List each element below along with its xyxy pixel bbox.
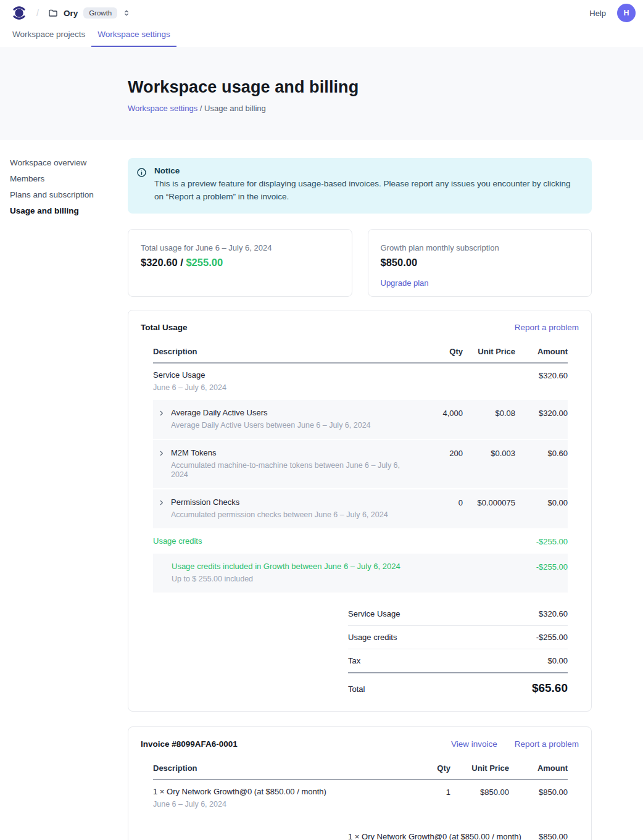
breadcrumb-current: Usage and billing: [204, 104, 266, 113]
invoice-panel: Invoice #8099AFA6-0001 View invoice Repo…: [128, 726, 592, 840]
invoice-table-header: Description Qty Unit Price Amount: [153, 755, 568, 780]
notice-body: This is a preview feature for displaying…: [154, 177, 577, 204]
workspace-name: Ory: [64, 9, 78, 18]
settings-sidebar: Workspace overview Members Plans and sub…: [10, 158, 118, 222]
summary-label: 1 × Ory Network Growth@0 (at $850.00 / m…: [348, 832, 521, 840]
page-header: Workspace usage and billing Workspace se…: [0, 47, 643, 140]
line-item-amount: $0.00: [515, 497, 568, 507]
col-unit-price: Unit Price: [463, 347, 515, 356]
table-row-usage-credits-detail: Usage credits included in Growth between…: [153, 554, 568, 594]
service-usage-amount: $320.60: [515, 370, 568, 380]
sidebar-item-workspace-overview[interactable]: Workspace overview: [10, 158, 118, 168]
service-usage-title: Service Usage: [153, 370, 413, 380]
invoice-table: Description Qty Unit Price Amount 1 × Or…: [153, 755, 568, 840]
credits-detail-amount: -$255.00: [515, 562, 568, 572]
main-content: Notice This is a preview feature for dis…: [128, 140, 592, 840]
invoice-line-period: June 6 – July 6, 2024: [153, 800, 401, 809]
col-amount: Amount: [509, 763, 568, 773]
line-item-description: Average Daily Active Users between June …: [171, 421, 371, 430]
col-description: Description: [153, 347, 413, 356]
line-item-qty: 0: [413, 497, 463, 507]
invoice-line-qty: 1: [401, 787, 450, 797]
path-separator: /: [36, 8, 39, 18]
col-unit-price: Unit Price: [450, 763, 509, 773]
view-invoice-link[interactable]: View invoice: [451, 739, 497, 749]
preview-notice-banner: Notice This is a preview feature for dis…: [128, 158, 592, 214]
table-row-invoice-line: 1 × Ory Network Growth@0 (at $850.00 / m…: [153, 780, 568, 817]
upgrade-plan-link[interactable]: Upgrade plan: [381, 278, 429, 288]
line-item-qty: 4,000: [413, 408, 463, 418]
line-item-unit-price: $0.08: [463, 408, 515, 418]
credits-detail-subtitle: Up to $ 255.00 included: [172, 575, 413, 584]
summary-cards: Total usage for June 6 – July 6, 2024 $3…: [128, 229, 592, 297]
line-item-description: Accumulated machine-to-machine tokens be…: [171, 461, 413, 480]
summary-value: $0.00: [547, 656, 568, 665]
usage-amount: $320.60: [141, 257, 178, 268]
total-usage-panel: Total Usage Report a problem Description…: [128, 310, 592, 712]
col-description: Description: [153, 763, 401, 773]
summary-row-total: Total $65.60: [348, 673, 568, 696]
total-usage-panel-title: Total Usage: [141, 323, 188, 332]
sidebar-item-plans-and-subscription[interactable]: Plans and subscription: [10, 190, 118, 200]
total-usage-card-value: $320.60 / $255.00: [141, 257, 339, 268]
subscription-price: $850.00: [381, 257, 579, 268]
ory-logo-icon[interactable]: [11, 5, 27, 21]
line-item-qty: 200: [413, 448, 463, 458]
total-usage-card-label: Total usage for June 6 – July 6, 2024: [141, 243, 339, 252]
plan-badge: Growth: [83, 7, 117, 19]
notice-title: Notice: [154, 166, 577, 175]
summary-value: $320.60: [539, 609, 568, 618]
usage-credits-title: Usage credits: [153, 536, 413, 546]
tab-workspace-settings[interactable]: Workspace settings: [91, 26, 176, 47]
sidebar-item-usage-and-billing[interactable]: Usage and billing: [10, 206, 118, 216]
subscription-card-label: Growth plan monthly subscription: [381, 243, 579, 252]
line-item-title: Permission Checks: [171, 497, 388, 507]
invoice-line-unit-price: $850.00: [450, 787, 509, 797]
usage-separator: /: [178, 257, 186, 268]
summary-label: Usage credits: [348, 633, 397, 642]
credits-detail-title: Usage credits included in Growth between…: [172, 562, 413, 572]
chevron-updown-icon: [122, 9, 131, 17]
line-item-title: Average Daily Active Users: [171, 408, 371, 418]
table-row-daily-active-users: Average Daily Active Users Average Daily…: [153, 400, 568, 440]
table-row-usage-credits: Usage credits -$255.00: [153, 530, 568, 554]
col-amount: Amount: [515, 347, 568, 356]
user-avatar[interactable]: H: [617, 4, 636, 22]
expand-row-daily-active-users[interactable]: Average Daily Active Users Average Daily…: [153, 408, 413, 430]
usage-table: Description Qty Unit Price Amount Servic…: [153, 338, 568, 696]
invoice-panel-title: Invoice #8099AFA6-0001: [141, 739, 238, 749]
summary-label: Tax: [348, 656, 360, 665]
help-link[interactable]: Help: [589, 9, 606, 18]
breadcrumb: Workspace settings / Usage and billing: [128, 104, 643, 113]
report-problem-link-usage[interactable]: Report a problem: [515, 323, 579, 332]
sidebar-item-members[interactable]: Members: [10, 174, 118, 184]
usage-summary: Service Usage $320.60 Usage credits -$25…: [348, 602, 568, 696]
total-usage-card: Total usage for June 6 – July 6, 2024 $3…: [128, 229, 352, 297]
workspace-switcher[interactable]: Ory Growth: [48, 7, 131, 19]
summary-label: Service Usage: [348, 609, 400, 618]
tab-workspace-projects[interactable]: Workspace projects: [6, 26, 91, 47]
summary-value: $850.00: [539, 832, 568, 840]
summary-row-service-usage: Service Usage $320.60: [348, 602, 568, 626]
info-icon: [136, 167, 147, 204]
summary-row-usage-credits: Usage credits -$255.00: [348, 626, 568, 649]
total-label: Total: [348, 684, 365, 694]
usage-table-header: Description Qty Unit Price Amount: [153, 338, 568, 364]
invoice-line-title: 1 × Ory Network Growth@0 (at $850.00 / m…: [153, 787, 401, 797]
col-qty: Qty: [401, 763, 450, 773]
total-value: $65.60: [532, 681, 568, 695]
report-problem-link-invoice[interactable]: Report a problem: [515, 739, 579, 749]
folder-icon: [48, 8, 58, 18]
usage-credit-amount: $255.00: [186, 257, 223, 268]
expand-row-permission-checks[interactable]: Permission Checks Accumulated permission…: [153, 497, 413, 520]
page-title: Workspace usage and billing: [128, 78, 643, 97]
expand-row-m2m-tokens[interactable]: M2M Tokens Accumulated machine-to-machin…: [153, 448, 413, 480]
breadcrumb-separator: /: [197, 104, 204, 113]
table-row-m2m-tokens: M2M Tokens Accumulated machine-to-machin…: [153, 440, 568, 489]
line-item-unit-price: $0.000075: [463, 497, 515, 507]
breadcrumb-workspace-settings-link[interactable]: Workspace settings: [128, 104, 197, 113]
col-qty: Qty: [413, 347, 463, 356]
usage-credits-amount: -$255.00: [515, 536, 568, 546]
service-usage-period: June 6 – July 6, 2024: [153, 383, 413, 393]
main-tabs: Workspace projects Workspace settings: [0, 26, 643, 47]
